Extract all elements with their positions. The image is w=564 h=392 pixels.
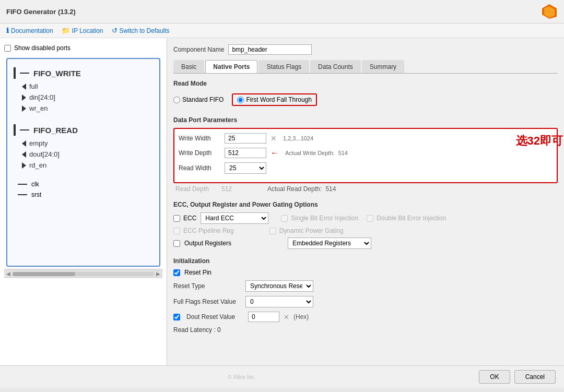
xilinx-logo — [541, 3, 558, 20]
write-depth-input[interactable] — [225, 148, 266, 158]
write-width-hint: 1,2,3...1024 — [283, 135, 313, 141]
left-panel: Show disabled ports FIFO_WRITE full — [0, 38, 167, 365]
scrollbar-area: ◀ ▶ — [4, 269, 162, 278]
port-srst: srst — [14, 189, 153, 200]
dynamic-power-label: Dynamic Power Gating — [279, 227, 344, 234]
first-word-label: First Word Fall Through — [246, 96, 312, 103]
double-bit-row: Double Bit Error Injection — [367, 215, 446, 222]
write-depth-arrow: ← — [271, 148, 279, 158]
init-section: Initialization Reset Pin Reset Type Sync… — [173, 257, 558, 334]
read-latency-label: Read Latency : 0 — [173, 326, 221, 334]
ecc-checkbox-row: ECC — [173, 215, 196, 222]
scroll-left-btn[interactable]: ◀ — [6, 271, 10, 277]
arrow-right-din — [22, 94, 26, 101]
ecc-title: ECC, Output Register and Power Gating Op… — [173, 201, 558, 208]
watermark: © Xilinx Inc. — [8, 373, 475, 381]
info-icon: ℹ — [6, 27, 9, 34]
tab-summary[interactable]: Summary — [362, 60, 404, 73]
bottom-bar: © Xilinx Inc. OK Cancel — [0, 365, 564, 388]
dout-reset-input[interactable] — [248, 312, 279, 322]
ok-button[interactable]: OK — [479, 370, 510, 384]
init-title: Initialization — [173, 257, 558, 265]
show-disabled-ports-checkbox[interactable] — [4, 45, 11, 52]
dout-reset-checkbox[interactable] — [173, 314, 180, 320]
main-content: Show disabled ports FIFO_WRITE full — [0, 38, 564, 365]
tab-status-flags[interactable]: Status Flags — [258, 60, 309, 73]
folder-icon: 📁 — [62, 27, 70, 34]
output-reg-row: Output Registers Embedded Registers — [173, 237, 371, 249]
output-reg-checkbox[interactable] — [173, 240, 180, 247]
scroll-right-btn[interactable]: ▶ — [156, 271, 160, 277]
output-reg-select[interactable]: Embedded Registers — [288, 237, 371, 249]
write-width-row: Write Width ✕ 1,2,3...1024 — [179, 133, 553, 144]
arrow-right-wr-en — [22, 105, 26, 112]
ecc-section: ECC, Output Register and Power Gating Op… — [173, 201, 558, 249]
ecc-row1: ECC Hard ECC Single Bit Error Injection … — [173, 212, 558, 224]
standard-fifo-option[interactable]: Standard FIFO — [173, 96, 224, 103]
port-empty: empty — [14, 138, 153, 149]
dash-read — [20, 129, 29, 130]
scrollbar-track — [13, 272, 154, 276]
read-mode-title: Read Mode — [173, 80, 558, 87]
port-din: din[24:0] — [14, 92, 153, 103]
standard-fifo-radio[interactable] — [173, 97, 180, 103]
right-panel: Component Name Basic Native Ports Status… — [167, 38, 564, 365]
ecc-pipeline-checkbox[interactable] — [173, 228, 180, 234]
tab-native-ports[interactable]: Native Ports — [205, 60, 257, 73]
first-word-option[interactable]: First Word Fall Through — [232, 93, 317, 106]
read-depth-value: 512 — [221, 185, 263, 193]
refresh-icon: ↺ — [112, 27, 118, 34]
show-disabled-ports-label: Show disabled ports — [14, 44, 70, 52]
arrow-left-full — [22, 84, 26, 90]
switch-defaults-link[interactable]: ↺ Switch to Defaults — [112, 27, 170, 34]
arrow-left-dout — [22, 151, 26, 158]
port-wr-en: wr_en — [14, 103, 153, 114]
dout-reset-clear[interactable]: ✕ — [284, 313, 289, 321]
read-depth-label: Read Depth — [175, 185, 217, 193]
arrow-left-empty — [22, 140, 26, 147]
reset-type-row: Reset Type Synchronous Reset — [173, 280, 558, 292]
write-depth-label: Write Depth — [179, 149, 220, 157]
reset-pin-checkbox[interactable] — [173, 269, 180, 276]
first-word-radio[interactable] — [237, 97, 244, 103]
double-bit-checkbox[interactable] — [367, 215, 373, 222]
data-port-title: Data Port Parameters — [173, 116, 558, 124]
write-width-clear[interactable]: ✕ — [271, 134, 277, 142]
standard-fifo-label: Standard FIFO — [182, 96, 224, 103]
read-width-label: Read Width — [179, 164, 220, 172]
full-flags-select[interactable]: 0 — [245, 296, 313, 307]
ecc-row3: Output Registers Embedded Registers — [173, 237, 558, 249]
single-bit-checkbox[interactable] — [281, 215, 288, 222]
read-width-select[interactable]: 25 — [225, 162, 266, 174]
reset-pin-row: Reset Pin — [173, 269, 558, 276]
ecc-checkbox[interactable] — [173, 215, 180, 222]
data-port-section: Data Port Parameters Write Width ✕ 1,2,3… — [173, 116, 558, 193]
reset-type-select[interactable]: Synchronous Reset — [245, 280, 313, 292]
fifo-write-label: FIFO_WRITE — [14, 65, 153, 81]
ecc-row2: ECC Pipeline Reg Dynamic Power Gating — [173, 227, 558, 234]
documentation-link[interactable]: ℹ Documentation — [6, 27, 53, 34]
read-mode-section: Read Mode Standard FIFO First Word Fall … — [173, 80, 558, 108]
component-name-row: Component Name — [173, 44, 558, 55]
write-width-input[interactable] — [225, 133, 266, 144]
ip-location-link[interactable]: 📁 IP Location — [62, 27, 103, 34]
app-title: FIFO Generator (13.2) — [6, 8, 76, 16]
cancel-button[interactable]: Cancel — [514, 370, 556, 384]
dout-reset-unit: (Hex) — [293, 313, 309, 320]
arrow-right-rd-en — [22, 162, 26, 169]
component-name-label: Component Name — [173, 46, 224, 53]
bus-indicator-write — [14, 67, 16, 79]
ecc-type-select[interactable]: Hard ECC — [201, 212, 268, 224]
title-bar: FIFO Generator (13.2) — [0, 0, 564, 23]
tab-basic[interactable]: Basic — [173, 60, 204, 73]
annotation-text: 选32即可 — [516, 134, 563, 147]
read-width-row: Read Width 25 — [179, 162, 553, 174]
tab-data-counts[interactable]: Data Counts — [310, 60, 361, 73]
read-depth-row: Read Depth 512 Actual Read Depth: 514 — [173, 185, 558, 193]
reset-type-label: Reset Type — [173, 282, 241, 290]
scrollbar-thumb[interactable] — [13, 272, 75, 276]
component-name-input[interactable] — [228, 44, 312, 55]
param-table: Write Width ✕ 1,2,3...1024 Write Depth ←… — [173, 128, 558, 183]
dynamic-power-checkbox[interactable] — [269, 228, 276, 234]
tabs: Basic Native Ports Status Flags Data Cou… — [173, 60, 558, 74]
